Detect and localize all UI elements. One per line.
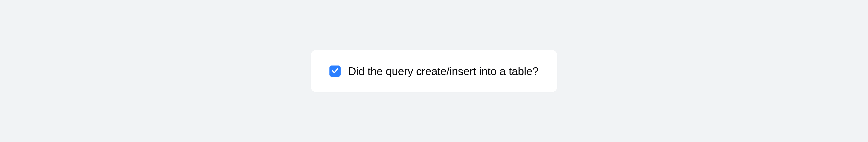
check-icon [331, 67, 339, 75]
checkbox-card: Did the query create/insert into a table… [311, 50, 557, 92]
checkbox-label[interactable]: Did the query create/insert into a table… [348, 65, 538, 77]
query-table-checkbox[interactable] [330, 66, 341, 77]
